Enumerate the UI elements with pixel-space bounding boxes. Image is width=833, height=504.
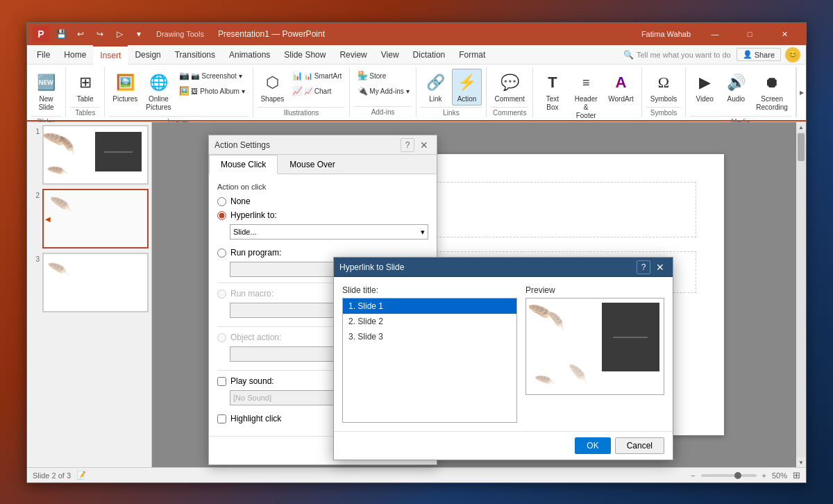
object-action-radio[interactable] (217, 333, 226, 342)
hyperlink-close-btn[interactable]: ✕ (653, 260, 667, 274)
ribbon-group-addins: 🏪 Store 🔌 My Add-ins ▾ Add-ins (350, 67, 416, 117)
comment-btn[interactable]: 💬 Comment (491, 69, 528, 106)
play-sound-checkbox[interactable] (217, 377, 226, 386)
symbols-btn[interactable]: Ω Symbols (646, 69, 680, 106)
highlight-label: Highlight click (230, 414, 281, 423)
tab-design[interactable]: Design (128, 45, 167, 65)
hyperlink-label: Hyperlink to: (230, 210, 277, 220)
hyperlink-dialog-buttons: OK Cancel (334, 431, 673, 460)
minimize-btn[interactable]: — (699, 23, 731, 45)
slide-list-item-2[interactable]: 2. Slide 2 (343, 314, 516, 329)
store-btn[interactable]: 🏪 Store (354, 69, 412, 83)
zoom-in-btn[interactable]: + (762, 471, 766, 480)
hyperlink-dropdown[interactable]: Slide... ▾ (230, 224, 428, 240)
scroll-thumb[interactable] (798, 133, 805, 161)
screenshot-label: 📷 Screenshot ▾ (191, 72, 242, 80)
slide-3-container: 3 🪶 (30, 253, 149, 312)
present-qat-btn[interactable]: ▷ (112, 26, 127, 42)
share-label: Share (755, 51, 775, 59)
run-macro-radio[interactable] (217, 289, 226, 299)
hyperlink-dialog-title: Hyperlink to Slide (339, 262, 637, 272)
shapes-btn[interactable]: ⬡ Shapes (258, 69, 287, 106)
zoom-out-btn[interactable]: − (691, 471, 695, 480)
action-dialog-help-btn[interactable]: ? (401, 138, 414, 152)
online-pictures-btn[interactable]: 🌐 OnlinePictures (142, 69, 174, 115)
tab-dictation[interactable]: Dictation (406, 45, 453, 65)
dark-box-line-1 (104, 151, 132, 153)
tab-transitions[interactable]: Transitions (168, 45, 222, 65)
illustrations-group-content: ⬡ Shapes 📊 📊 SmartArt 📈 📈 Chart (258, 67, 346, 107)
none-radio[interactable] (217, 197, 226, 206)
action-dialog-title: Action Settings (214, 140, 401, 150)
chart-btn[interactable]: 📈 📈 Chart (289, 84, 345, 98)
link-btn[interactable]: 🔗 Link (421, 69, 451, 106)
tab-insert[interactable]: Insert (93, 45, 128, 65)
scroll-up-arrow[interactable]: ▲ (796, 122, 806, 132)
tab-review[interactable]: Review (333, 45, 373, 65)
notes-icon[interactable]: 📝 (76, 471, 86, 480)
header-footer-btn[interactable]: ≡ Header& Footer (569, 69, 603, 123)
hyperlink-radio[interactable] (217, 211, 226, 220)
slide-3-thumb[interactable]: 🪶 (42, 253, 149, 312)
play-sound-label: Play sound: (230, 376, 274, 386)
action-btn[interactable]: ⚡ Action (452, 69, 482, 106)
more-qat-btn[interactable]: ▾ (131, 26, 146, 42)
slide-1-container: 1 🪶 🪶 🪶 (30, 125, 149, 185)
video-icon: ▶ (693, 72, 716, 94)
highlight-checkbox[interactable] (217, 414, 226, 423)
online-pictures-icon: 🌐 (147, 72, 169, 94)
slide-list-item-1[interactable]: 1. Slide 1 (343, 299, 516, 314)
video-btn[interactable]: ▶ Video (690, 69, 720, 106)
title-bar-left: P 💾 ↩ ↪ ▷ ▾ Drawing Tools Presentation1 … (33, 26, 325, 42)
ribbon-scroll-btn[interactable]: ▶ (796, 67, 806, 117)
screenshot-btn[interactable]: 📷 📷 Screenshot ▾ (176, 69, 248, 83)
zoom-slider[interactable] (701, 474, 757, 477)
tab-format[interactable]: Format (452, 45, 492, 65)
redo-qat-btn[interactable]: ↪ (92, 26, 108, 42)
save-qat-btn[interactable]: 💾 (53, 26, 69, 42)
fit-slide-btn[interactable]: ⊞ (793, 470, 800, 480)
smartart-btn[interactable]: 📊 📊 SmartArt (289, 69, 345, 83)
slide-2-thumb[interactable]: 🪶 ◀ (42, 189, 149, 249)
maximize-btn[interactable]: □ (734, 23, 766, 45)
table-btn[interactable]: ⊞ Table (70, 69, 100, 106)
tab-view[interactable]: View (374, 45, 406, 65)
run-program-radio[interactable] (217, 249, 226, 258)
status-bar: Slide 2 of 3 📝 − + 50% ⊞ (27, 467, 806, 482)
slide-info: Slide 2 of 3 (33, 471, 71, 480)
close-btn[interactable]: ✕ (768, 23, 800, 45)
scroll-down-arrow[interactable]: ▼ (796, 457, 806, 467)
none-option-row: None (217, 196, 428, 206)
wordart-btn[interactable]: A WordArt (605, 69, 638, 106)
audio-btn[interactable]: 🔊 Audio (721, 69, 751, 106)
addins-items: 🏪 Store 🔌 My Add-ins ▾ (354, 69, 412, 98)
screen-recording-btn[interactable]: ⏺ ScreenRecording (752, 69, 791, 115)
slide-1-thumb[interactable]: 🪶 🪶 🪶 (42, 125, 149, 185)
my-addins-btn[interactable]: 🔌 My Add-ins ▾ (354, 84, 412, 98)
slide-list[interactable]: 1. Slide 1 2. Slide 2 3. Slide 3 (342, 298, 517, 423)
photo-album-btn[interactable]: 🖼️ 🖼 Photo Album ▾ (176, 84, 248, 98)
hyperlink-help-btn[interactable]: ? (637, 260, 650, 274)
action-dialog-close-btn[interactable]: ✕ (417, 138, 431, 152)
share-btn[interactable]: 👤 Share (737, 48, 781, 61)
smartart-chart: 📊 📊 SmartArt 📈 📈 Chart (289, 69, 345, 98)
tab-slideshow[interactable]: Slide Show (277, 45, 333, 65)
slide-list-item-3[interactable]: 3. Slide 3 (343, 329, 516, 344)
hyperlink-ok-btn[interactable]: OK (575, 437, 610, 454)
undo-qat-btn[interactable]: ↩ (73, 26, 88, 42)
slide-title-label: Slide title: (342, 285, 517, 295)
sound-value: [No Sound] (233, 394, 271, 402)
preview-feather-4: 🪶 (567, 364, 589, 385)
new-slide-btn[interactable]: 🆕 NewSlide (31, 69, 61, 115)
textbox-btn[interactable]: T TextBox (537, 69, 567, 115)
mouse-click-tab[interactable]: Mouse Click (209, 155, 278, 174)
symbols-group-content: Ω Symbols (646, 67, 680, 107)
hyperlink-cancel-btn[interactable]: Cancel (615, 437, 664, 454)
tab-animations[interactable]: Animations (222, 45, 277, 65)
mouse-over-tab[interactable]: Mouse Over (278, 155, 346, 174)
pictures-btn[interactable]: 🖼️ Pictures (109, 69, 141, 106)
tab-file[interactable]: File (30, 45, 57, 65)
links-group-label: Links (421, 107, 482, 118)
right-scrollbar[interactable]: ▲ ▼ (796, 122, 806, 467)
tab-home[interactable]: Home (57, 45, 93, 65)
